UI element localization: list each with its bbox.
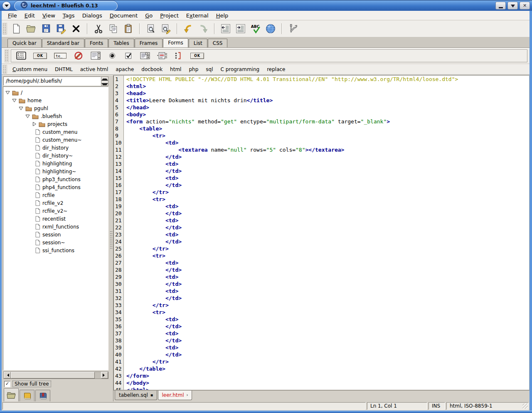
tree-file-rxml-functions[interactable]: rxml_functions: [3, 223, 108, 231]
tree-folder-[interactable]: /: [3, 88, 108, 96]
quickbar-tab-quick-bar[interactable]: Quick bar: [7, 39, 42, 47]
custom-menu-custom-menu[interactable]: Custom menu: [9, 65, 51, 74]
titlebar[interactable]: leer.html - Bluefish 0.13 ✕: [0, 0, 532, 11]
doc-tab-tabellen-sql[interactable]: tabellen.sql▪: [115, 391, 157, 400]
option-button[interactable]: [157, 52, 167, 60]
close-doc-button[interactable]: [69, 22, 83, 36]
tree-folder-bluefish[interactable]: .bluefish: [3, 112, 108, 120]
tree-file-dir-history[interactable]: dir_history: [3, 144, 108, 152]
close-button[interactable]: ✕: [520, 2, 530, 10]
expander-expanded-icon[interactable]: [25, 114, 30, 118]
custom-menu-html[interactable]: html: [166, 65, 185, 74]
tree-file-highlighting[interactable]: highlighting~: [3, 167, 108, 175]
forms-toolbar-handle[interactable]: [5, 49, 9, 62]
custom-menu-docbook[interactable]: docbook: [138, 65, 166, 74]
text-input-button[interactable]: te_: [54, 53, 66, 59]
tree-file-highlighting[interactable]: highlighting: [3, 160, 108, 167]
tree-file-custom-menu[interactable]: custom_menu~: [3, 136, 108, 144]
reference-book-blue-tab[interactable]: [35, 390, 50, 401]
new-file-button[interactable]: [9, 22, 23, 36]
toolbar-handle[interactable]: [2, 23, 7, 34]
undo-button[interactable]: [181, 22, 195, 36]
spin-up-icon[interactable]: [101, 77, 108, 82]
tree-file-rcfile-v2[interactable]: rcfile_v2~: [3, 207, 108, 215]
preferences-button[interactable]: [286, 22, 300, 36]
expander-expanded-icon[interactable]: [19, 106, 23, 111]
quickbar-tab-standard-bar[interactable]: Standard bar: [42, 39, 84, 47]
form-button[interactable]: [16, 52, 26, 60]
scroll-left-button[interactable]: [4, 372, 11, 379]
tree-file-php4-functions[interactable]: php4_functions: [3, 183, 108, 191]
window-menu-button[interactable]: [2, 1, 11, 10]
panel-splitter[interactable]: [109, 75, 113, 401]
checkbox-button[interactable]: [124, 52, 133, 59]
quickbar-tab-list[interactable]: List: [189, 39, 207, 47]
unindent-button[interactable]: [219, 22, 233, 36]
textarea-button[interactable]: [91, 52, 101, 60]
preview-browser-button[interactable]: [264, 22, 278, 36]
quickbar-tab-tables[interactable]: Tables: [108, 39, 134, 47]
tree-folder-projects[interactable]: projects: [3, 120, 108, 128]
resize-grip[interactable]: [522, 403, 528, 409]
tree-file-php3-functions[interactable]: php3_functions: [3, 175, 108, 183]
splitter-grip-icon[interactable]: [110, 231, 113, 250]
quickbar-tab-css[interactable]: CSS: [208, 39, 228, 47]
redo-button[interactable]: [196, 22, 210, 36]
tree-file-dir-history[interactable]: dir_history~: [3, 152, 108, 160]
copy-button[interactable]: [106, 22, 121, 36]
radio-button-button[interactable]: [108, 52, 117, 59]
indent-button[interactable]: [234, 22, 248, 36]
hidden-input-button[interactable]: [74, 52, 84, 60]
menu-view[interactable]: View: [39, 11, 59, 20]
directory-path-input[interactable]: [3, 76, 101, 86]
custom-menu-handle[interactable]: [2, 65, 7, 74]
menu-go[interactable]: Go: [141, 11, 156, 20]
expander-collapsed-icon[interactable]: [32, 122, 37, 126]
path-spinner[interactable]: [101, 76, 108, 86]
tree-file-session[interactable]: session: [3, 231, 108, 238]
menu-edit[interactable]: Edit: [21, 11, 39, 20]
custom-menu-php[interactable]: php: [185, 65, 202, 74]
open-file-button[interactable]: [24, 22, 38, 36]
quickbar-tab-forms[interactable]: Forms: [163, 38, 188, 47]
save-button[interactable]: [39, 22, 53, 36]
scrollbar-trough[interactable]: [95, 372, 101, 379]
custom-menu-apache[interactable]: apache: [112, 65, 138, 74]
menu-file[interactable]: File: [4, 11, 21, 20]
reference-book-yellow-tab[interactable]: [20, 390, 34, 401]
menu-tags[interactable]: Tags: [59, 11, 79, 20]
custom-menu-sql[interactable]: sql: [202, 65, 217, 74]
find-replace-button[interactable]: [159, 22, 173, 36]
tree-folder-pguhl[interactable]: pguhl: [3, 104, 108, 112]
expander-expanded-icon[interactable]: [5, 90, 10, 95]
show-full-tree-checkbox[interactable]: ✓: [4, 381, 10, 387]
custom-menu-c-programming[interactable]: C programming: [217, 65, 263, 74]
tree-file-rcfile-v2[interactable]: rcfile_v2: [3, 199, 108, 207]
doc-tab-leer-html[interactable]: leer.html›: [158, 391, 192, 400]
custom-menu-dhtml[interactable]: DHTML: [51, 65, 76, 74]
tree-folder-home[interactable]: home: [3, 96, 108, 104]
option-group-button[interactable]: [174, 52, 183, 59]
custom-menu-replace[interactable]: replace: [263, 65, 289, 74]
tree-horizontal-scrollbar[interactable]: [3, 371, 108, 379]
save-as-button[interactable]: [54, 22, 68, 36]
custom-menu-active-html[interactable]: active html: [76, 65, 112, 74]
scroll-right-button[interactable]: [101, 372, 108, 379]
menu-project[interactable]: Project: [156, 11, 182, 20]
tree-file-custom-menu[interactable]: custom_menu: [3, 128, 108, 136]
code-editor[interactable]: 1<!DOCTYPE HTML PUBLIC "-//W3C//DTD HTML…: [113, 75, 530, 390]
menu-help[interactable]: Help: [212, 11, 232, 20]
menu-dialogs[interactable]: Dialogs: [79, 11, 106, 20]
menu-external[interactable]: External: [182, 11, 212, 20]
quickbar-tab-frames[interactable]: Frames: [135, 39, 163, 47]
cut-button[interactable]: [91, 22, 106, 36]
maximize-button[interactable]: [507, 2, 518, 10]
tree-file-recentlist[interactable]: recentlist: [3, 215, 108, 223]
minimize-button[interactable]: [495, 2, 506, 10]
tree-file-session[interactable]: session~: [3, 238, 108, 246]
tree-file-ssi-functions[interactable]: ssi_functions: [3, 246, 108, 254]
quickbar-tab-fonts[interactable]: Fonts: [85, 39, 108, 47]
push-button-button[interactable]: OK: [190, 53, 204, 59]
file-browser-tab[interactable]: [4, 388, 19, 401]
menu-document[interactable]: Document: [106, 11, 141, 20]
